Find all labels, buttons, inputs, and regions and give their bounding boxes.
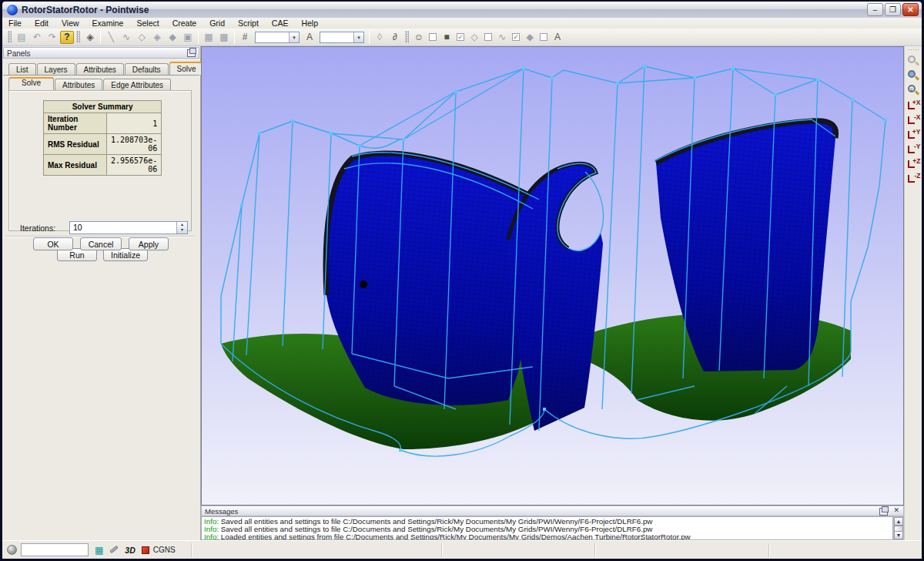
solve-content: Solver Summary Iteration Number 1 RMS Re… (8, 90, 192, 231)
view-toolbar: = +X -X +Y -Y +Z -Z (904, 46, 922, 540)
mask-block-checkbox[interactable]: ✓ (457, 33, 464, 41)
spinner-icon[interactable]: ▴▾ (176, 222, 187, 233)
mask-domain-icon[interactable]: ◇ (467, 30, 482, 45)
mask-spacing-icon[interactable]: A (550, 30, 565, 45)
mask-block-icon[interactable]: ■ (439, 30, 454, 45)
menu-select[interactable]: Select (136, 18, 159, 28)
spacing-combo[interactable]: ▾ (320, 32, 364, 43)
selected-point[interactable] (360, 280, 367, 288)
display-viewport[interactable] (201, 46, 904, 506)
chevron-down-icon[interactable]: ▾ (353, 32, 363, 42)
derivative-icon[interactable]: ∂ (387, 30, 403, 45)
menu-cae[interactable]: CAE (272, 18, 289, 28)
statusbar-separator (441, 543, 443, 557)
create-block-icon[interactable]: ▣ (180, 30, 196, 45)
menu-examine[interactable]: Examine (92, 18, 124, 28)
save-icon[interactable]: ▤ (14, 30, 29, 45)
apply-button[interactable]: Apply (129, 237, 169, 250)
tab-edge-attributes-inner[interactable]: Edge Attributes (103, 79, 171, 90)
statusbar-separator (594, 543, 596, 557)
toolbar-separator (369, 31, 370, 44)
unstructured-grid-icon[interactable]: ▩ (216, 30, 232, 45)
chevron-down-icon[interactable]: ▾ (289, 32, 299, 42)
help-icon[interactable]: ? (60, 31, 74, 44)
float-icon[interactable] (879, 508, 888, 516)
view-minus-z-button[interactable]: -Z (906, 172, 921, 185)
zoom-box-icon[interactable] (907, 69, 920, 82)
tab-solve[interactable]: Solve (169, 62, 204, 75)
toolbar-handle[interactable] (8, 31, 12, 43)
toolbar-handle[interactable] (908, 49, 919, 52)
menu-view[interactable]: View (62, 18, 79, 28)
wrench-icon[interactable] (109, 545, 119, 553)
table-row: Iteration Number 1 (44, 113, 162, 134)
tab-list[interactable]: List (8, 63, 36, 75)
view-plus-y-button[interactable]: +Y (906, 128, 921, 141)
iterations-input[interactable]: 10 ▴▾ (69, 221, 188, 234)
status-bar: ▦ 3D CGNS (2, 540, 922, 559)
menu-help[interactable]: Help (301, 18, 318, 28)
menu-grid[interactable]: Grid (209, 18, 225, 28)
menu-create[interactable]: Create (172, 18, 197, 28)
solve-tab-bar: Solve Attributes Edge Attributes (8, 77, 172, 90)
layers-stack-icon[interactable]: ◈ (82, 30, 98, 45)
spacing-icon[interactable]: A (302, 30, 317, 45)
float-icon[interactable] (187, 49, 196, 57)
close-button[interactable]: ✕ (902, 3, 919, 16)
view-minus-y-button[interactable]: -Y (906, 143, 921, 156)
tab-attributes-inner[interactable]: Attributes (55, 79, 102, 90)
ok-button[interactable]: OK (33, 237, 73, 250)
row-value: 1.208703e-06 (107, 134, 162, 155)
tab-defaults[interactable]: Defaults (125, 63, 169, 75)
restore-button[interactable]: ❐ (885, 3, 901, 16)
extrude-icon[interactable]: ◆ (165, 30, 180, 45)
mask-point-icon[interactable]: ◆ (522, 30, 537, 45)
redo-icon[interactable]: ↷ (45, 30, 60, 45)
status-input[interactable] (21, 543, 89, 556)
tab-layers[interactable]: Layers (37, 63, 75, 75)
create-connector-icon[interactable]: ╲ (103, 30, 119, 45)
mask-database-checkbox[interactable] (429, 33, 437, 41)
zoom-equal-icon[interactable]: = (907, 84, 920, 97)
cae-solver-icon[interactable] (142, 546, 149, 554)
create-curve-icon[interactable]: ∿ (119, 30, 134, 45)
toolbar-handle[interactable] (76, 31, 80, 43)
create-domain-icon[interactable]: ◇ (134, 30, 149, 45)
mask-connector-checkbox[interactable]: ✓ (512, 33, 520, 41)
messages-title-bar[interactable]: Messages ✕ (201, 506, 904, 516)
close-icon[interactable]: ✕ (893, 506, 899, 514)
mask-domain-checkbox[interactable] (484, 33, 492, 41)
view-minus-x-button[interactable]: -X (906, 113, 921, 126)
minimize-button[interactable]: – (867, 3, 883, 16)
cae-solver-label: CGNS (153, 546, 176, 554)
undo-icon[interactable]: ↶ (29, 30, 45, 45)
create-domain-grid-icon[interactable]: ◈ (149, 30, 165, 45)
scroll-up-icon[interactable]: ▲ (894, 517, 903, 526)
dimension-icon[interactable]: # (237, 30, 253, 45)
scroll-down-icon[interactable]: ▼ (894, 531, 903, 539)
structured-grid-icon[interactable]: ▦ (201, 30, 216, 45)
mask-point-checkbox[interactable] (540, 33, 547, 41)
view-plus-x-button[interactable]: +X (906, 99, 921, 112)
tab-solve-inner[interactable]: Solve (8, 77, 54, 90)
toolbar-handle[interactable] (405, 31, 409, 43)
panels-title-bar[interactable]: Panels (3, 47, 199, 59)
grid-type-icon[interactable]: ▦ (95, 545, 103, 556)
tab-attributes[interactable]: Attributes (76, 63, 124, 75)
zoom-icon[interactable] (907, 55, 920, 68)
cancel-button[interactable]: Cancel (80, 237, 122, 250)
mask-connector-icon[interactable]: ∿ (494, 30, 510, 45)
menu-file[interactable]: File (8, 18, 22, 28)
dimension-combo[interactable]: ▾ (255, 32, 300, 43)
main-toolbar: ▤ ↶ ↷ ? ◈ ╲ ∿ ◇ ◈ ◆ ▣ ▦ ▩ # ▾ A ▾ ◊ ∂ ☺ … (2, 29, 922, 46)
mask-database-icon[interactable]: ☺ (411, 30, 427, 45)
view-plus-z-button[interactable]: +Z (906, 157, 921, 170)
menu-script[interactable]: Script (238, 18, 259, 28)
messages-log[interactable]: Info: Saved all entities and settings to… (201, 516, 893, 540)
title-bar[interactable]: RotorStatorRotor - Pointwise – ❐ ✕ (2, 2, 922, 18)
menu-edit[interactable]: Edit (35, 18, 49, 28)
statusbar-separator (191, 543, 192, 557)
toolbar-separator (198, 31, 199, 44)
orient-icon[interactable]: ◊ (372, 30, 387, 45)
messages-scrollbar[interactable]: ▲ ▼ (893, 516, 904, 540)
